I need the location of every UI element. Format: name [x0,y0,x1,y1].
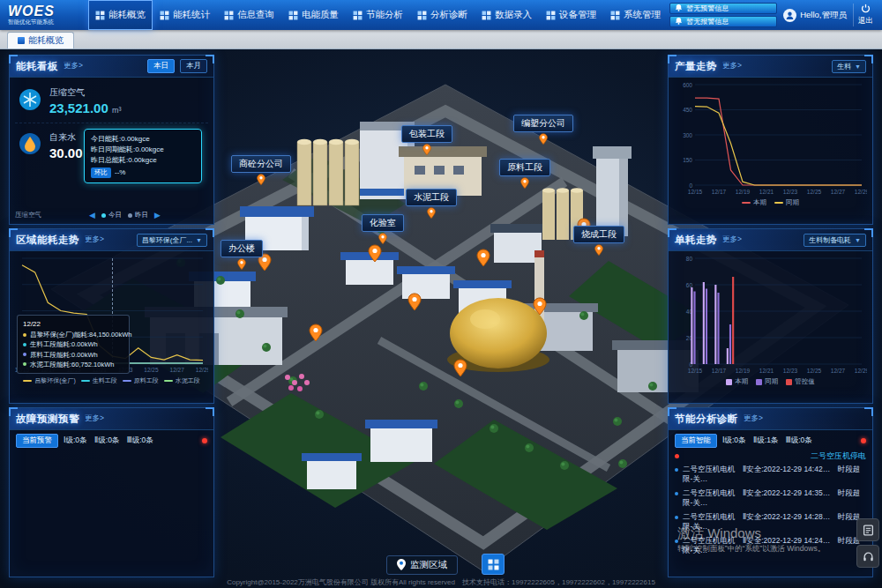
building-label-packing[interactable]: 包装工段 [401,125,452,156]
unit-selector-dropdown[interactable]: 生料制备电耗▼ [804,234,866,247]
panel-title: 故障预测预警 [16,413,79,426]
building-label-office[interactable]: 办公楼 [220,240,263,271]
location-pin-icon [519,177,530,190]
location-pin-icon [594,244,604,257]
legend-item[interactable]: 本期 [742,198,766,207]
building-label-kiln[interactable]: 烧成工段 [573,226,624,257]
nav-item-energy-overview[interactable]: 能耗概览 [88,0,153,30]
svg-text:12/17: 12/17 [712,368,727,374]
legend-today[interactable]: 今日 [101,211,122,220]
panel-title: 区域能耗走势 [16,234,79,247]
nav-item-energy-statistics[interactable]: 能耗统计 [153,0,217,30]
svg-text:12/29: 12/29 [196,367,208,373]
panel-header: 单耗走势 更多> 生料制备电耗▼ [669,229,872,251]
current-warning-tab[interactable]: 当前预警 [16,434,58,448]
nav-item-system-management[interactable]: 系统管理 [603,0,668,30]
compressed-air-icon [19,88,41,115]
more-link[interactable]: 更多> [64,61,83,71]
more-link[interactable]: 更多> [722,234,742,245]
legend-item[interactable]: 同期 [756,377,778,386]
legend-item[interactable]: 管控值 [786,377,815,386]
tab-strip: 能耗概览 [0,30,882,49]
svg-text:12/25: 12/25 [807,368,822,374]
building-label-cement[interactable]: 水泥工段 [406,189,457,220]
unit-chart-legend: 本期同期管控值 [674,376,867,388]
building-label-lab[interactable]: 化验室 [362,214,404,245]
output-trend-chart: 600450300150012/1512/1712/1912/2112/2312… [674,79,867,197]
nav-item-device-management[interactable]: 设备管理 [539,0,603,30]
fault-list-body [10,450,213,577]
building-label-raw-material[interactable]: 原料工段 [499,159,550,190]
diagnosis-list-item[interactable]: 二号空压机电机 Ⅱ安全:2022-12-29 14:35… 时段超限-关… [675,488,866,508]
diagnosis-list-item[interactable]: 二号空压机电机 Ⅱ安全:2022-12-29 14:28… 时段超限-关… [675,512,866,532]
panel-title: 能耗看板 [16,60,58,73]
svg-text:12/27: 12/27 [831,189,846,195]
diagnosis-list-item[interactable]: 二号空压机电机 Ⅱ安全:2022-12-29 14:42… 时段超限-关… [675,465,866,484]
alarm-banner[interactable]: 暂无报警信息 [669,16,777,27]
unit-trend-body: 80604020012/1512/1712/1912/2112/2312/251… [669,251,872,403]
legend-item[interactable]: 水泥工段 [164,376,200,385]
warning-banner[interactable]: 暂无预警信息 [669,3,777,14]
more-link[interactable]: 更多> [744,413,763,424]
range-month-button[interactable]: 本月 [180,59,207,73]
warning-counts: Ⅰ级:0条 Ⅱ级:0条 Ⅲ级:0条 [64,435,153,446]
nav-item-label: 分析诊断 [430,9,467,21]
app-logo: WOES 智能优化节能系统 [0,4,88,26]
building-label-biansu[interactable]: 编塑分公司 [513,115,573,145]
nav-item-label: 节能分析 [366,9,403,21]
logout-button[interactable]: 退出 [853,4,878,26]
unit-consumption-panel: 单耗走势 更多> 生料制备电耗▼ 80604020012/1512/1712/1… [668,228,873,404]
panel-title: 单耗走势 [675,234,717,247]
board-footer: 压缩空气 ◀ 今日 昨日 ▶ [15,208,208,222]
axis-label: 压缩空气 [15,211,41,220]
tab-icon [18,37,25,44]
energy-tooltip: 今日能耗:0.00kgce 昨日同期能耗:0.00kgce 昨日总能耗:0.00… [84,129,202,183]
legend-yesterday[interactable]: 昨日 [128,211,148,220]
user-info[interactable]: Hello,管理员 [783,9,847,22]
monitor-area-button[interactable]: 监测区域 [386,555,458,575]
note-icon [863,525,874,536]
location-pin-icon [397,559,406,572]
legend-item[interactable]: 昌黎环保(全厂) [23,376,76,385]
greeting-text: Hello,管理员 [800,10,847,21]
nav-item-data-entry[interactable]: 数据录入 [475,0,539,30]
tooltip-row: 水泥工段能耗:60,752.10kWh [23,360,123,369]
diagnosis-list-item[interactable]: 二号空压机电机 Ⅱ安全:2022-12-29 14:24… 时段超限-关… [675,536,866,555]
legend-item[interactable]: 原料工段 [123,376,159,385]
warning-banner-text: 暂无预警信息 [686,4,729,13]
energy-item-compressed-air[interactable]: 压缩空气 23,521.00 m³ [15,79,208,123]
diagnosis-highlight-text[interactable]: 二号空压机停电 [811,450,866,462]
legend-item[interactable]: 同期 [774,198,799,207]
nav-item-label: 能耗统计 [173,9,210,21]
nav-item-label: 电能质量 [302,9,339,21]
more-link[interactable]: 更多> [722,61,742,71]
current-diagnosis-tab[interactable]: 当前智能 [675,434,717,448]
prev-arrow[interactable]: ◀ [89,211,95,220]
range-day-button[interactable]: 本日 [147,59,175,73]
nav-item-energy-analysis[interactable]: 节能分析 [346,0,410,30]
building-label-shangtun[interactable]: 商砼分公司 [231,155,291,186]
layer-switch-button[interactable] [482,554,505,575]
side-tool-note-button[interactable] [856,518,879,541]
nav-item-label: 系统管理 [624,9,661,21]
nav-item-power-quality[interactable]: 电能质量 [281,0,346,30]
energy-statistics-icon [160,11,169,20]
region-selector-dropdown[interactable]: 昌黎环保(全厂...▼ [137,234,207,247]
next-arrow[interactable]: ▶ [154,211,161,220]
output-selector-dropdown[interactable]: 生料▼ [832,60,866,73]
nav-item-label: 设备管理 [559,9,596,21]
tab-energy-overview[interactable]: 能耗概览 [7,32,74,48]
legend-item[interactable]: 生料工段 [81,376,117,385]
side-tool-service-button[interactable] [856,545,879,568]
location-pin-icon [377,233,388,245]
nav-item-analysis-diagnosis[interactable]: 分析诊断 [410,0,475,30]
more-link[interactable]: 更多> [85,413,104,424]
logo-title: WOES [8,4,88,19]
diagnosis-counts: Ⅰ级:0条 Ⅱ级:1条 Ⅲ级:0条 [722,435,812,446]
nav-item-info-query[interactable]: 信息查询 [217,0,281,30]
legend-item[interactable]: 本期 [726,377,748,386]
bell-icon [675,4,683,13]
svg-text:12/23: 12/23 [783,189,798,195]
more-link[interactable]: 更多> [85,234,104,245]
main-nav: 能耗概览能耗统计信息查询电能质量节能分析分析诊断数据录入设备管理系统管理 [88,0,668,30]
